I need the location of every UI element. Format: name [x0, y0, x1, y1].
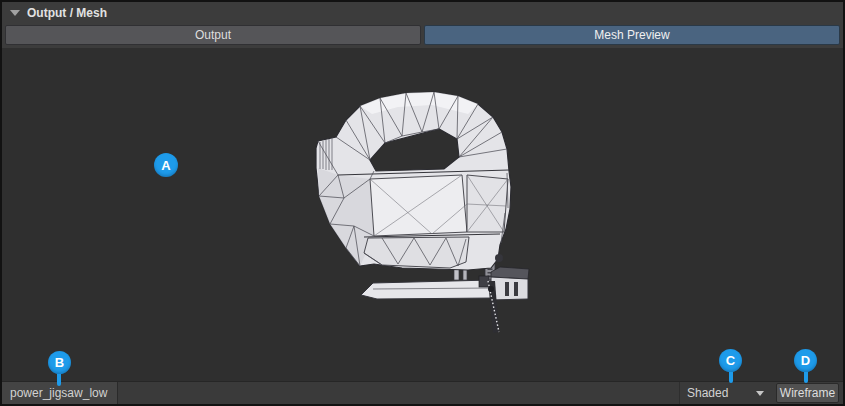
tab-bar: Output Mesh Preview	[2, 23, 843, 48]
shading-mode-value: Shaded	[687, 386, 756, 400]
tab-mesh-preview[interactable]: Mesh Preview	[424, 25, 840, 45]
dropdown-arrow-icon	[756, 391, 764, 396]
shading-mode-dropdown[interactable]: Shaded	[679, 382, 771, 404]
wireframe-toggle-button[interactable]: Wireframe	[776, 383, 839, 403]
jigsaw-wireframe-mesh	[2, 48, 843, 381]
preview-status-bar: power_jigsaw_low Shaded Wireframe	[2, 381, 843, 404]
annotation-badge-b: B	[48, 351, 71, 374]
output-mesh-panel: Output / Mesh Output Mesh Preview	[0, 0, 845, 406]
tab-output[interactable]: Output	[5, 25, 421, 45]
panel-title: Output / Mesh	[27, 6, 107, 20]
annotation-badge-d: D	[794, 349, 817, 372]
mesh-preview-viewport[interactable]	[2, 48, 843, 381]
panel-header[interactable]: Output / Mesh	[2, 2, 843, 23]
foldout-triangle-icon[interactable]	[10, 10, 20, 16]
annotation-badge-c: C	[719, 349, 742, 372]
annotation-badge-a: A	[154, 153, 178, 177]
status-bar-spacer	[118, 382, 679, 404]
